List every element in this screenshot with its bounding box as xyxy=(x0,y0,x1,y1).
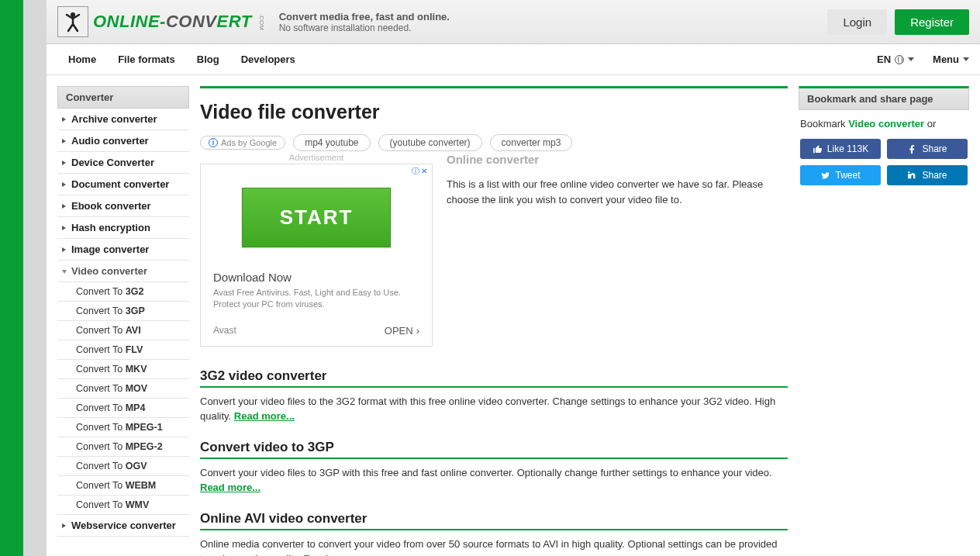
twitter-icon xyxy=(820,171,830,181)
sidebar-item[interactable]: Ebook converter xyxy=(57,195,189,217)
sidebar-sub-item[interactable]: Convert To AVI xyxy=(57,321,189,340)
sidebar-sub-item[interactable]: Convert To OGV xyxy=(57,457,189,476)
login-button[interactable]: Login xyxy=(827,9,887,35)
sidebar-item[interactable]: Video converter xyxy=(57,261,189,282)
bookmark-link[interactable]: Video converter xyxy=(848,118,924,130)
ad-chips-row: iAds by Google mp4 youtube (youtube conv… xyxy=(200,134,788,151)
sidebar-sub-item[interactable]: Convert To MKV xyxy=(57,360,189,379)
twitter-tweet-button[interactable]: Tweet xyxy=(800,165,881,185)
read-more-link[interactable]: Read more... xyxy=(234,410,295,422)
ad-card[interactable]: ⓘ✕ START Download Now Avast Free Antivir… xyxy=(200,164,433,347)
thumbs-up-icon xyxy=(813,144,823,154)
sidebar-item[interactable]: Document converter xyxy=(57,174,189,195)
sidebar-sub-item[interactable]: Convert To WEBM xyxy=(57,476,189,496)
intro-heading: Online converter xyxy=(447,153,788,166)
converter-section: Online AVI video converterOnline media c… xyxy=(200,511,788,556)
nav-developers[interactable]: Developers xyxy=(230,44,306,74)
sidebar-sub-item[interactable]: Convert To MOV xyxy=(57,379,189,399)
tagline: Convert media free, fast and online. No … xyxy=(279,11,450,33)
section-text: Convert your video files to the 3G2 form… xyxy=(200,394,788,424)
right-sidebar: Bookmark and share page Bookmark Video c… xyxy=(799,86,969,556)
section-heading[interactable]: Online AVI video converter xyxy=(200,511,788,530)
sidebar-sub-item[interactable]: Convert To WMV xyxy=(57,496,189,515)
ad-start-button[interactable]: START xyxy=(242,188,392,247)
right-sidebar-heading: Bookmark and share page xyxy=(799,86,969,110)
sidebar: Converter Archive converterAudio convert… xyxy=(57,86,189,556)
accent-bar xyxy=(200,86,788,88)
ad-chip[interactable]: (youtube converter) xyxy=(378,134,482,151)
globe-icon xyxy=(895,55,904,64)
sidebar-item[interactable]: Audio converter xyxy=(57,130,189,152)
ad-choices-icon[interactable]: ⓘ✕ xyxy=(412,166,427,177)
logo-suffix: .COM xyxy=(258,14,265,30)
logo-text: ONLINE-CONVERT xyxy=(93,12,252,32)
top-bar: ONLINE-CONVERT .COM Convert media free, … xyxy=(47,0,980,44)
page-title: Video file converter xyxy=(200,101,788,123)
info-icon: i xyxy=(209,138,218,147)
sidebar-item[interactable]: Image converter xyxy=(57,239,189,261)
sidebar-heading: Converter xyxy=(57,86,189,109)
sidebar-sub-item[interactable]: Convert To MPEG-2 xyxy=(57,437,189,457)
advertisement-label: Advertisement xyxy=(200,153,433,162)
facebook-share-button[interactable]: Share xyxy=(887,139,968,159)
logo-icon xyxy=(57,6,88,37)
chevron-down-icon xyxy=(908,57,914,61)
chevron-right-icon: › xyxy=(416,325,419,337)
register-button[interactable]: Register xyxy=(895,9,969,35)
sidebar-sub-item[interactable]: Convert To FLV xyxy=(57,340,189,360)
facebook-icon xyxy=(907,144,917,154)
ads-by-google-label: iAds by Google xyxy=(200,136,285,150)
section-text: Online media converter to convert your v… xyxy=(200,537,788,556)
intro-block: Online converter This is a list with our… xyxy=(447,153,788,347)
nav-home[interactable]: Home xyxy=(57,44,107,74)
main-nav: Home File formats Blog Developers EN Men… xyxy=(47,44,980,75)
converter-section: 3G2 video converterConvert your video fi… xyxy=(200,368,788,424)
linkedin-icon xyxy=(907,171,917,181)
ad-box: Advertisement ⓘ✕ START Download Now Avas… xyxy=(200,153,433,347)
converter-section: Convert video to 3GPConvert your video f… xyxy=(200,440,788,496)
read-more-link[interactable]: Read more... xyxy=(200,482,261,493)
sidebar-item[interactable]: Archive converter xyxy=(57,109,189,130)
sidebar-sub-item[interactable]: Convert To MPEG-1 xyxy=(57,418,189,437)
read-more-link[interactable]: Read more... xyxy=(303,553,364,556)
ad-open-button[interactable]: OPEN› xyxy=(385,325,419,337)
nav-blog[interactable]: Blog xyxy=(186,44,230,74)
content: Video file converter iAds by Google mp4 … xyxy=(200,86,788,556)
ad-headline: Download Now xyxy=(213,271,419,284)
ad-brand: Avast xyxy=(213,325,236,336)
section-text: Convert your video files to 3GP with thi… xyxy=(200,465,788,496)
facebook-like-button[interactable]: Like 113K xyxy=(800,139,881,159)
sidebar-item[interactable]: Hash encryption xyxy=(57,217,189,239)
sidebar-item[interactable]: Device Converter xyxy=(57,152,189,174)
sidebar-sub-item[interactable]: Convert To 3GP xyxy=(57,302,189,321)
sidebar-item[interactable]: Webservice converter xyxy=(57,515,189,537)
bookmark-line: Bookmark Video converter or xyxy=(800,118,968,130)
ad-description: Avast Free Antivirus. Fast, Light and Ea… xyxy=(213,287,419,311)
logo[interactable]: ONLINE-CONVERT .COM xyxy=(57,6,265,37)
ad-chip[interactable]: converter mp3 xyxy=(490,134,573,151)
intro-text: This is a list with our free online vide… xyxy=(447,177,788,207)
section-heading[interactable]: 3G2 video converter xyxy=(200,368,788,388)
sidebar-sub-item[interactable]: Convert To 3G2 xyxy=(57,282,189,302)
language-selector[interactable]: EN xyxy=(877,54,914,65)
chevron-down-icon xyxy=(963,57,969,61)
sidebar-sub-item[interactable]: Convert To MP4 xyxy=(57,399,189,418)
ad-chip[interactable]: mp4 youtube xyxy=(293,134,370,151)
section-heading[interactable]: Convert video to 3GP xyxy=(200,440,788,459)
linkedin-share-button[interactable]: Share xyxy=(887,165,968,185)
nav-file-formats[interactable]: File formats xyxy=(107,44,186,74)
menu-selector[interactable]: Menu xyxy=(933,54,969,65)
